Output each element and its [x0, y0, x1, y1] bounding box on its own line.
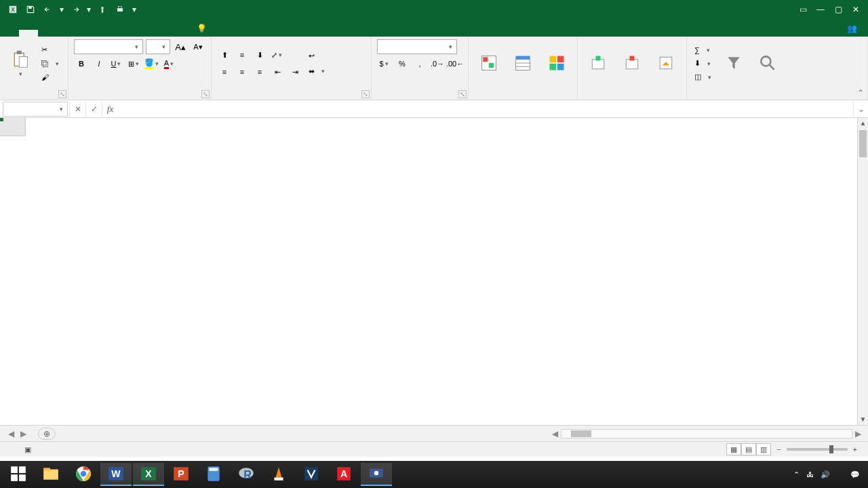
orientation-icon[interactable]: ⤢▾: [270, 47, 285, 62]
word-icon[interactable]: W: [100, 463, 132, 486]
insert-function-icon[interactable]: fx: [102, 102, 118, 117]
fill-color-button[interactable]: 🪣▾: [144, 56, 159, 71]
horizontal-scrollbar[interactable]: ◀ ▶: [56, 429, 868, 439]
tell-me-search[interactable]: 💡: [190, 20, 823, 37]
scroll-down-icon[interactable]: ▼: [858, 414, 868, 425]
tab-file[interactable]: [0, 30, 19, 37]
increase-decimal-icon[interactable]: .0→: [430, 56, 445, 71]
align-left-icon[interactable]: ≡: [217, 64, 232, 79]
cells-area[interactable]: [26, 136, 857, 425]
format-as-table-button[interactable]: [508, 52, 538, 75]
align-middle-icon[interactable]: ≡: [235, 47, 250, 62]
zoom-slider[interactable]: [787, 448, 848, 451]
scrollbar-thumb[interactable]: [859, 130, 867, 157]
collapse-ribbon-icon[interactable]: ⌃: [857, 88, 864, 98]
notifications-icon[interactable]: 💬: [850, 470, 860, 479]
redo-icon[interactable]: [68, 2, 83, 17]
tab-formulas[interactable]: [76, 30, 95, 37]
align-top-icon[interactable]: ⬆: [217, 47, 232, 62]
format-painter-button[interactable]: 🖌: [39, 70, 62, 84]
tab-addins[interactable]: [152, 30, 171, 37]
number-format-select[interactable]: ▾: [377, 39, 457, 54]
clear-button[interactable]: ◫▾: [692, 70, 715, 84]
enter-formula-icon[interactable]: ✓: [85, 102, 102, 117]
save-icon[interactable]: [23, 2, 38, 17]
name-box[interactable]: ▾: [3, 102, 68, 117]
zoom-slider-thumb[interactable]: [829, 445, 833, 453]
vertical-scrollbar[interactable]: ▲ ▼: [857, 118, 868, 425]
zoom-out-icon[interactable]: −: [776, 445, 781, 453]
percent-format-icon[interactable]: %: [395, 56, 410, 71]
zoom-in-icon[interactable]: +: [853, 445, 857, 453]
sheet-nav-prev-icon[interactable]: ◀: [5, 429, 16, 439]
cut-button[interactable]: ✂: [39, 43, 62, 57]
vlc-icon[interactable]: [263, 463, 294, 486]
excel-taskbar-icon[interactable]: X: [133, 463, 164, 486]
cancel-formula-icon[interactable]: ✕: [69, 102, 85, 117]
scroll-up-icon[interactable]: ▲: [858, 118, 868, 129]
excel-icon[interactable]: X: [5, 2, 20, 17]
find-select-button[interactable]: [753, 52, 783, 75]
underline-button[interactable]: U▾: [109, 56, 124, 71]
virtualbox-icon[interactable]: [296, 463, 327, 486]
clipboard-dialog-launcher[interactable]: ⤡: [58, 90, 66, 98]
quick-print-icon[interactable]: [113, 2, 127, 17]
normal-view-icon[interactable]: ▦: [726, 443, 741, 455]
qat-customize-icon[interactable]: ▾: [130, 2, 138, 17]
qat-dropdown-icon[interactable]: ▾: [85, 2, 92, 17]
copy-button[interactable]: ⿻▾: [39, 57, 62, 70]
tab-review[interactable]: [114, 30, 133, 37]
powerpoint-icon[interactable]: P: [165, 463, 197, 486]
sort-filter-button[interactable]: [719, 52, 749, 75]
hscroll-thumb[interactable]: [571, 430, 591, 437]
page-break-view-icon[interactable]: ▥: [756, 443, 771, 455]
spreadsheet-grid[interactable]: ▲ ▼: [0, 118, 868, 426]
scroll-left-icon[interactable]: ◀: [549, 429, 561, 439]
decrease-font-icon[interactable]: A▾: [191, 39, 205, 54]
start-button[interactable]: [3, 463, 34, 486]
format-cells-button[interactable]: [651, 52, 681, 75]
sign-in-link[interactable]: [823, 30, 839, 37]
new-sheet-button[interactable]: ⊕: [38, 428, 56, 440]
chrome-icon[interactable]: [68, 463, 99, 486]
tab-xlstat[interactable]: [171, 30, 190, 37]
decrease-indent-icon[interactable]: ⇤: [270, 64, 285, 79]
merge-center-button[interactable]: ⬌▾: [307, 64, 328, 78]
number-dialog-launcher[interactable]: ⤡: [458, 90, 467, 98]
decrease-decimal-icon[interactable]: .00←: [448, 56, 462, 71]
delete-cells-button[interactable]: [617, 52, 647, 75]
paste-button[interactable]: ▾: [5, 48, 35, 79]
wrap-text-button[interactable]: ↩: [307, 49, 328, 62]
tray-icon[interactable]: 🖧: [806, 470, 814, 479]
undo-icon[interactable]: [41, 2, 56, 17]
autosum-button[interactable]: ∑▾: [692, 43, 715, 57]
tab-home[interactable]: [19, 30, 38, 37]
tab-page-layout[interactable]: [57, 30, 76, 37]
share-button[interactable]: 👥: [839, 20, 868, 37]
select-all-corner[interactable]: [0, 118, 26, 136]
comma-format-icon[interactable]: ,: [412, 56, 427, 71]
screen-recorder-icon[interactable]: [361, 463, 392, 486]
tray-chevron-icon[interactable]: ⌃: [793, 470, 800, 479]
accounting-format-icon[interactable]: $▾: [377, 56, 392, 71]
tray-volume-icon[interactable]: 🔊: [821, 470, 830, 479]
touch-mode-icon[interactable]: [95, 2, 110, 17]
close-icon[interactable]: ✕: [848, 2, 864, 17]
font-color-button[interactable]: A▾: [162, 56, 177, 71]
insert-cells-button[interactable]: [583, 52, 613, 75]
page-layout-view-icon[interactable]: ▤: [741, 443, 756, 455]
tab-view[interactable]: [133, 30, 152, 37]
align-right-icon[interactable]: ≡: [252, 64, 267, 79]
font-dialog-launcher[interactable]: ⤡: [201, 90, 210, 98]
tab-insert[interactable]: [38, 30, 57, 37]
calculator-icon[interactable]: [198, 463, 229, 486]
borders-button[interactable]: ⊞▾: [127, 56, 142, 71]
r-icon[interactable]: R: [231, 463, 262, 486]
font-name-select[interactable]: ▾: [74, 39, 143, 54]
increase-indent-icon[interactable]: ⇥: [288, 64, 302, 79]
minimize-icon[interactable]: ―: [812, 2, 829, 17]
bold-button[interactable]: B: [74, 56, 89, 71]
file-explorer-icon[interactable]: [35, 463, 66, 486]
italic-button[interactable]: I: [92, 56, 106, 71]
ribbon-options-icon[interactable]: ▭: [795, 2, 811, 17]
